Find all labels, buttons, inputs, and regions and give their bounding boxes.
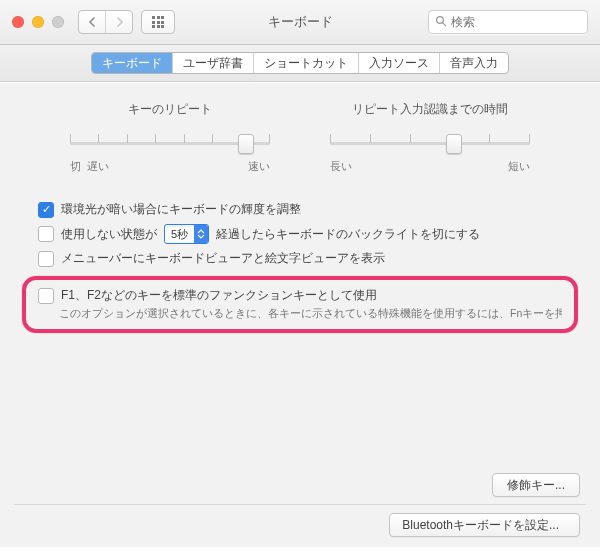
tab-label: ユーザ辞書 (183, 56, 243, 71)
check-label: F1、F2などのキーを標準のファンクションキーとして使用 (61, 287, 377, 304)
tab-keyboard[interactable]: キーボード (92, 53, 172, 73)
button-label: Bluetoothキーボードを設定... (402, 517, 559, 534)
tab-userdict[interactable]: ユーザ辞書 (172, 53, 253, 73)
zoom-window-button[interactable] (52, 16, 64, 28)
separator (14, 504, 586, 505)
minimize-window-button[interactable] (32, 16, 44, 28)
tab-label: 音声入力 (450, 56, 498, 71)
sliders-row: キーのリピート 切 遅い 速い リピート入力認識までの時間 (0, 83, 600, 184)
fnkeys-subtext: このオプションが選択されているときに、各キーに示されている特殊機能を使用するには… (38, 305, 562, 321)
delay-group: リピート入力認識までの時間 長い 短い (330, 101, 530, 174)
search-icon (435, 15, 447, 30)
titlebar: キーボード (0, 0, 600, 45)
delay-slider[interactable] (330, 132, 530, 156)
backlight-timeout-select[interactable]: 5秒 (164, 224, 209, 244)
check-label-suffix: 経過したらキーボードのバックライトを切にする (216, 226, 480, 243)
bluetooth-keyboard-button[interactable]: Bluetoothキーボードを設定... (389, 513, 580, 537)
tabs: キーボード ユーザ辞書 ショートカット 入力ソース 音声入力 (91, 52, 509, 74)
tab-label: ショートカット (264, 56, 348, 71)
select-value: 5秒 (165, 227, 194, 242)
modifier-keys-button[interactable]: 修飾キー... (492, 473, 580, 497)
nav-back-forward (78, 10, 133, 34)
fnkeys-highlight: F1、F2などのキーを標準のファンクションキーとして使用 このオプションが選択さ… (22, 276, 578, 333)
nav-back-button[interactable] (79, 11, 105, 33)
tab-dictation[interactable]: 音声入力 (439, 53, 508, 73)
checkbox[interactable] (38, 251, 54, 267)
check-fn-keys-standard[interactable]: F1、F2などのキーを標準のファンクションキーとして使用 (38, 286, 562, 305)
check-label-prefix: 使用しない状態が (61, 226, 157, 243)
key-repeat-group: キーのリピート 切 遅い 速い (70, 101, 270, 174)
nav-forward-button[interactable] (105, 11, 132, 33)
pane-body: キーのリピート 切 遅い 速い リピート入力認識までの時間 (0, 82, 600, 547)
close-window-button[interactable] (12, 16, 24, 28)
window-title: キーボード (268, 13, 333, 31)
stepper-icon (194, 225, 208, 243)
check-list: ✓ 環境光が暗い場合にキーボードの輝度を調整 使用しない状態が 5秒 経過したら… (38, 198, 562, 270)
checkbox[interactable] (38, 226, 54, 242)
check-label: メニューバーにキーボードビューアと絵文字ビューアを表示 (61, 250, 385, 267)
search-field[interactable] (428, 10, 588, 34)
window-controls (12, 16, 64, 28)
button-label: 修飾キー... (507, 477, 565, 494)
tab-label: キーボード (102, 56, 162, 71)
check-backlight-timeout[interactable]: 使用しない状態が 5秒 経過したらキーボードのバックライトを切にする (38, 221, 562, 247)
checkbox[interactable]: ✓ (38, 202, 54, 218)
checkbox[interactable] (38, 288, 54, 304)
grid-icon (152, 16, 164, 28)
key-repeat-labels: 切 遅い 速い (70, 160, 270, 174)
check-viewers-in-menubar[interactable]: メニューバーにキーボードビューアと絵文字ビューアを表示 (38, 247, 562, 270)
delay-labels: 長い 短い (330, 160, 530, 174)
tabs-row: キーボード ユーザ辞書 ショートカット 入力ソース 音声入力 (0, 45, 600, 82)
check-label: 環境光が暗い場合にキーボードの輝度を調整 (61, 201, 301, 218)
key-repeat-slider[interactable] (70, 132, 270, 156)
search-input[interactable] (447, 14, 581, 30)
svg-line-1 (443, 22, 446, 25)
key-repeat-title: キーのリピート (70, 101, 270, 118)
check-auto-brightness[interactable]: ✓ 環境光が暗い場合にキーボードの輝度を調整 (38, 198, 562, 221)
delay-title: リピート入力認識までの時間 (330, 101, 530, 118)
show-all-prefs-button[interactable] (141, 10, 175, 34)
tab-input[interactable]: 入力ソース (358, 53, 439, 73)
tab-shortcuts[interactable]: ショートカット (253, 53, 358, 73)
tab-label: 入力ソース (369, 56, 429, 71)
